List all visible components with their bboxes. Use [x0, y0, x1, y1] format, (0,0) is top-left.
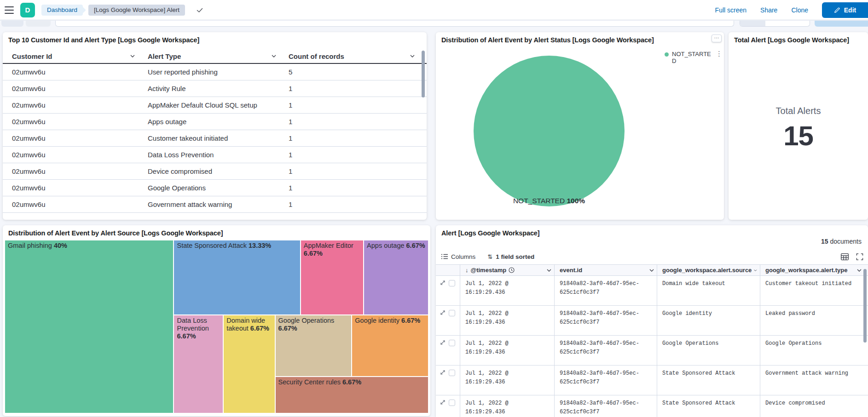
chevron-down-icon: [547, 269, 551, 272]
chevron-down-icon: [410, 55, 415, 57]
pie-slice[interactable]: [474, 56, 625, 206]
full-screen-link[interactable]: Full screen: [715, 6, 746, 14]
document-row: Jul 1, 2022 @ 16:19:29.436 91840a82-3af0…: [436, 306, 868, 336]
col-header-count[interactable]: Count of records: [282, 52, 427, 60]
cell-alert-type: Government attack warning: [140, 200, 282, 208]
grid-scrollbar[interactable]: [863, 269, 867, 343]
table-row[interactable]: 02umwv6u Activity Rule 1: [3, 80, 427, 97]
treemap-cell[interactable]: Data Loss Prevention 6.67%: [174, 315, 223, 413]
cell-timestamp[interactable]: Jul 1, 2022 @ 16:19:29.436: [460, 366, 555, 395]
expand-document-icon[interactable]: [440, 280, 446, 286]
table-row[interactable]: 02umwv6u AppMaker Default Cloud SQL setu…: [3, 97, 427, 114]
breadcrumb-dashboard[interactable]: Dashboard: [41, 5, 83, 16]
menu-icon[interactable]: [5, 6, 14, 14]
cell-count: 1: [282, 200, 427, 208]
cell-event-id[interactable]: 91840a82-3af0-46d7-95ec-625c1cf0c3f7: [555, 276, 657, 305]
cell-alert-type[interactable]: Google Operations: [760, 336, 868, 365]
cell-alert-type[interactable]: Government attack warning: [760, 366, 868, 395]
cell-alert-source[interactable]: Google Operations: [657, 336, 760, 365]
expand-document-icon[interactable]: [440, 310, 446, 315]
panel-alert-documents: Alert [Logs Google Workspace] 15 documen…: [436, 225, 868, 417]
clone-link[interactable]: Clone: [791, 6, 808, 14]
table-scrollbar[interactable]: [422, 51, 425, 97]
treemap-cell[interactable]: Gmail phishing 40%: [5, 240, 174, 413]
cell-event-id[interactable]: 91840a82-3af0-46d7-95ec-625c1cf0c3f7: [555, 395, 657, 417]
cell-timestamp[interactable]: Jul 1, 2022 @ 16:19:29.436: [460, 336, 555, 365]
treemap-cell[interactable]: State Sponsored Attack 13.33%: [174, 240, 300, 315]
cell-alert-source[interactable]: State Sponsored Attack: [657, 366, 760, 395]
cell-event-id[interactable]: 91840a82-3af0-46d7-95ec-625c1cf0c3f7: [555, 366, 657, 395]
customer-alert-table: Customer Id Alert Type Count of records …: [3, 49, 427, 213]
legend-label[interactable]: NOT_STARTED: [672, 51, 712, 64]
table-row[interactable]: 02umwv6u Google Operations 1: [3, 180, 427, 196]
cell-count: 1: [282, 167, 427, 175]
cell-timestamp[interactable]: Jul 1, 2022 @ 16:19:29.436: [460, 306, 555, 335]
cell-timestamp[interactable]: Jul 1, 2022 @ 16:19:29.436: [460, 276, 555, 305]
table-row[interactable]: 02umwv6u Apps outage 1: [3, 114, 427, 130]
treemap-cell[interactable]: Google Operations 6.67%: [275, 315, 352, 376]
deployment-logo[interactable]: D: [20, 3, 35, 17]
treemap-cell-label: AppMaker Editor 6.67%: [301, 240, 363, 257]
cell-alert-type[interactable]: Device compromised: [760, 395, 868, 417]
document-row: Jul 1, 2022 @ 16:19:29.436 91840a82-3af0…: [436, 366, 868, 395]
select-document-checkbox[interactable]: [449, 310, 455, 316]
cell-alert-type[interactable]: Leaked password: [760, 306, 868, 335]
col-header-customer-id[interactable]: Customer Id: [3, 52, 140, 60]
update-button-stub[interactable]: [815, 21, 868, 27]
fullscreen-icon[interactable]: [856, 253, 863, 260]
select-document-checkbox[interactable]: [449, 340, 455, 346]
table-row[interactable]: 02umwv6u Data Loss Prevention 1: [3, 147, 427, 163]
table-row[interactable]: 02umwv6u Government attack warning 1: [3, 196, 427, 213]
table-row[interactable]: 02umwv6u Customer takeout initiated 1: [3, 130, 427, 147]
col-header-event-id[interactable]: event.id: [555, 265, 657, 275]
col-header-timestamp[interactable]: ↓ @timestamp: [460, 265, 555, 275]
panel-title: Total Alert [Logs Google Workspace]: [729, 32, 868, 44]
cell-customer-id: 02umwv6u: [3, 200, 140, 208]
cell-alert-source[interactable]: Domain wide takeout: [657, 276, 760, 305]
treemap-cell[interactable]: Apps outage 6.67%: [364, 240, 428, 315]
cell-alert-source[interactable]: State Sponsored Attack: [657, 395, 760, 417]
edit-button[interactable]: Edit: [822, 2, 868, 18]
filter-button-stub-2[interactable]: [26, 21, 51, 27]
treemap-chart: Gmail phishing 40% State Sponsored Attac…: [5, 240, 428, 413]
cell-timestamp[interactable]: Jul 1, 2022 @ 16:19:29.436: [460, 395, 555, 417]
legend-dot: [665, 52, 669, 57]
grid-header-row: ↓ @timestamp event.id google_workspace.a…: [436, 264, 868, 276]
table-row[interactable]: 02umwv6u User reported phishing 5: [3, 64, 427, 80]
cell-alert-source[interactable]: Google identity: [657, 306, 760, 335]
treemap-cell-label: Gmail phishing 40%: [5, 240, 173, 250]
panel-title: Distribution of Alert Event by Alert Sta…: [436, 32, 724, 44]
cell-event-id[interactable]: 91840a82-3af0-46d7-95ec-625c1cf0c3f7: [555, 306, 657, 335]
expand-document-icon[interactable]: [440, 340, 446, 345]
panel-options-icon[interactable]: ···: [712, 34, 722, 42]
cell-event-id[interactable]: 91840a82-3af0-46d7-95ec-625c1cf0c3f7: [555, 336, 657, 365]
expand-document-icon[interactable]: [440, 370, 446, 375]
treemap-cell[interactable]: AppMaker Editor 6.67%: [301, 240, 364, 315]
date-picker-stub[interactable]: [740, 21, 810, 27]
display-options-icon[interactable]: [841, 253, 849, 260]
table-row[interactable]: 02umwv6u Device compromised 1: [3, 163, 427, 180]
cell-alert-type[interactable]: Customer takeout initiated: [760, 276, 868, 305]
columns-button[interactable]: Columns: [441, 253, 475, 260]
treemap-cell[interactable]: Google identity 6.67%: [352, 315, 428, 376]
col-header-alert-source[interactable]: google_workspace.alert.source: [657, 265, 760, 275]
legend-kebab-icon[interactable]: ⋮: [716, 51, 723, 64]
treemap-cell[interactable]: Domain wide takeout 6.67%: [223, 315, 275, 413]
select-document-checkbox[interactable]: [449, 400, 455, 406]
cell-alert-type: Customer takeout initiated: [140, 134, 282, 142]
share-link[interactable]: Share: [760, 6, 777, 14]
select-document-checkbox[interactable]: [449, 370, 455, 376]
col-header-alert-type[interactable]: Alert Type: [140, 52, 282, 60]
cell-alert-type: User reported phishing: [140, 68, 282, 76]
select-document-checkbox[interactable]: [449, 280, 455, 286]
col-header-alert-type[interactable]: google_workspace.alert.type: [760, 265, 868, 275]
sort-fields-button[interactable]: ⇅ 1 field sorted: [487, 253, 534, 260]
chevron-down-icon: [754, 269, 757, 272]
treemap-cell[interactable]: Security Center rules 6.67%: [275, 377, 428, 413]
expand-document-icon[interactable]: [440, 400, 446, 405]
filter-button-stub[interactable]: [1, 21, 23, 27]
sort-icon: ⇅: [487, 253, 492, 260]
cell-count: 1: [282, 134, 427, 142]
search-input-stub[interactable]: [55, 21, 734, 27]
chevron-down-icon: [130, 55, 135, 57]
